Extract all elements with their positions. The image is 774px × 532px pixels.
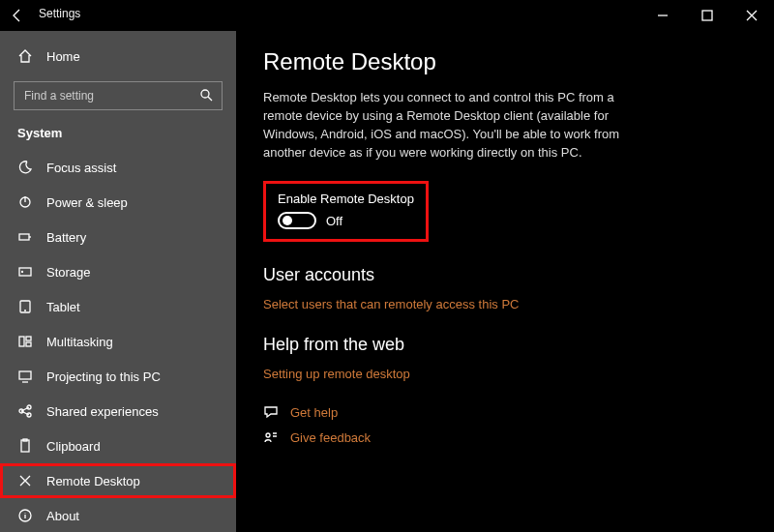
sidebar-item-label: Shared experiences [46, 404, 159, 419]
power-icon [17, 194, 33, 210]
svg-rect-9 [26, 342, 31, 346]
sidebar-item-power-sleep[interactable]: Power & sleep [0, 185, 236, 220]
help-setup-link[interactable]: Setting up remote desktop [263, 367, 749, 381]
tablet-icon [17, 299, 33, 314]
sidebar-list: Focus assist Power & sleep Battery Stora… [0, 150, 236, 532]
sidebar-item-battery[interactable]: Battery [0, 220, 236, 254]
select-users-link[interactable]: Select users that can remotely access th… [263, 297, 749, 311]
sidebar-item-label: Clipboard [46, 439, 101, 454]
enable-toggle[interactable] [278, 212, 316, 229]
sidebar-item-remote-desktop[interactable]: Remote Desktop [0, 463, 236, 498]
sidebar-item-focus-assist[interactable]: Focus assist [0, 150, 236, 185]
search-input-wrapper[interactable] [14, 81, 223, 110]
svg-rect-10 [19, 371, 31, 379]
sidebar-item-projecting[interactable]: Projecting to this PC [0, 359, 236, 394]
remote-desktop-icon [17, 473, 33, 488]
search-input[interactable] [24, 89, 198, 103]
page-description: Remote Desktop lets you connect to and c… [263, 89, 631, 162]
titlebar: Settings [0, 0, 774, 31]
get-help-row[interactable]: Get help [263, 404, 749, 420]
sidebar-section-label: System [0, 122, 236, 150]
home-icon [17, 48, 33, 64]
storage-icon [17, 264, 33, 280]
svg-rect-4 [19, 268, 31, 276]
sidebar: Home System Focus assist Power & sleep B… [0, 31, 236, 532]
help-heading: Help from the web [263, 335, 749, 355]
sidebar-item-tablet[interactable]: Tablet [0, 289, 236, 324]
sidebar-item-shared-experiences[interactable]: Shared experiences [0, 394, 236, 429]
svg-point-17 [266, 433, 270, 437]
back-button[interactable] [10, 8, 25, 26]
chat-icon [263, 404, 279, 420]
minimize-button[interactable] [640, 0, 685, 31]
multitasking-icon [17, 334, 33, 349]
svg-rect-8 [26, 337, 31, 340]
sidebar-item-storage[interactable]: Storage [0, 254, 236, 289]
page-title: Remote Desktop [263, 48, 749, 75]
sidebar-item-multitasking[interactable]: Multitasking [0, 324, 236, 359]
maximize-button[interactable] [685, 0, 729, 31]
close-button[interactable] [729, 0, 774, 31]
get-help-link: Get help [290, 405, 338, 420]
sidebar-item-label: Battery [46, 230, 86, 245]
info-icon [17, 508, 33, 523]
give-feedback-row[interactable]: Give feedback [263, 429, 749, 445]
sidebar-home[interactable]: Home [0, 41, 236, 72]
sidebar-item-label: Focus assist [46, 161, 116, 175]
enable-toggle-state: Off [326, 214, 342, 228]
svg-rect-7 [19, 337, 24, 346]
main-content: Remote Desktop Remote Desktop lets you c… [236, 31, 774, 532]
projecting-icon [17, 369, 33, 384]
moon-icon [17, 160, 33, 175]
battery-icon [17, 229, 33, 245]
sidebar-item-label: Projecting to this PC [46, 369, 161, 384]
give-feedback-link: Give feedback [290, 430, 371, 445]
sidebar-item-label: Storage [46, 265, 91, 280]
sidebar-item-label: Multitasking [46, 335, 113, 349]
svg-rect-0 [702, 11, 712, 20]
sidebar-item-label: About [46, 509, 79, 523]
sidebar-item-label: Power & sleep [46, 195, 128, 210]
sidebar-home-label: Home [46, 49, 80, 64]
search-icon [198, 87, 214, 105]
window-title: Settings [39, 7, 80, 20]
enable-remote-desktop-block: Enable Remote Desktop Off [263, 181, 429, 242]
svg-rect-14 [21, 440, 29, 452]
sidebar-item-about[interactable]: About [0, 498, 236, 532]
svg-point-1 [201, 90, 209, 98]
clipboard-icon [17, 438, 33, 454]
user-accounts-heading: User accounts [263, 265, 749, 285]
enable-label: Enable Remote Desktop [278, 192, 414, 206]
sidebar-item-label: Tablet [46, 300, 80, 314]
shared-icon [17, 403, 33, 419]
feedback-icon [263, 429, 279, 445]
svg-rect-3 [19, 234, 29, 240]
svg-point-5 [22, 272, 23, 273]
sidebar-item-label: Remote Desktop [46, 474, 140, 488]
sidebar-item-clipboard[interactable]: Clipboard [0, 429, 236, 463]
